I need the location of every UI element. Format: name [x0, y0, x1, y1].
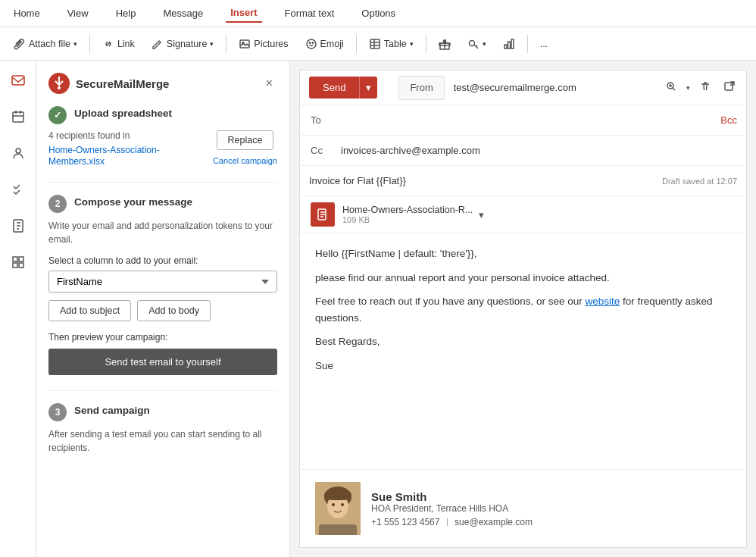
chart-button[interactable]: [497, 34, 521, 54]
body-greeting: Hello {{FirstName | default: 'there'}},: [315, 246, 731, 262]
toolbar: Attach file ▾ Link Signature ▾ Pictures …: [0, 27, 756, 61]
composer-inner: Send ▾ From test@securemailmerge.com ▾: [299, 70, 747, 548]
step-2-num: 2: [48, 195, 67, 213]
sidebar-people-icon[interactable]: [6, 141, 30, 165]
to-row: To Bcc: [300, 105, 746, 136]
from-email: test@securemailmerge.com: [454, 82, 662, 93]
more-button[interactable]: ...: [534, 35, 554, 53]
sidebar-files-icon[interactable]: [6, 214, 30, 238]
key-button[interactable]: ▾: [461, 34, 492, 54]
step-3-header: 3 Send campaign: [48, 403, 277, 421]
select-label: Select a column to add to your email:: [48, 255, 277, 266]
plugin-panel: SecureMailMerge × ✓ Upload spreadsheet 4…: [36, 61, 290, 557]
attachment-size: 109 KB: [342, 215, 473, 224]
svg-rect-5: [370, 39, 380, 49]
bcc-button[interactable]: Bcc: [711, 114, 746, 126]
step-1-left: 4 recipients found in Home-Owners-Associ…: [48, 130, 207, 167]
replace-button[interactable]: Replace: [217, 130, 274, 150]
svg-rect-19: [19, 257, 23, 261]
preview-label: Then preview your campaign:: [48, 332, 277, 343]
attachment-expand-button[interactable]: ▾: [479, 209, 484, 221]
to-label: To: [300, 114, 338, 126]
column-select[interactable]: FirstName LastName Email Flat: [48, 271, 277, 293]
signature-label: Signature: [167, 39, 208, 49]
toolbar-divider-5: [527, 35, 528, 53]
main-layout: SecureMailMerge × ✓ Upload spreadsheet 4…: [0, 61, 756, 557]
svg-point-3: [309, 42, 311, 43]
menu-message[interactable]: Message: [158, 5, 208, 22]
signature-contact: +1 555 123 4567 sue@example.com: [371, 517, 533, 527]
cc-value: invoices-archive@example.com: [338, 145, 746, 156]
attach-file-dropdown-icon: ▾: [73, 40, 77, 48]
pictures-button[interactable]: Pictures: [233, 34, 294, 54]
menu-home[interactable]: Home: [9, 5, 45, 22]
panel-header: SecureMailMerge ×: [48, 73, 277, 94]
emoji-button[interactable]: Emoji: [299, 34, 350, 54]
step-2-header: 2 Compose your message: [48, 195, 277, 213]
email-signature: Sue Smith HOA President, Terrace Hills H…: [300, 469, 746, 547]
menu-insert[interactable]: Insert: [226, 4, 261, 23]
body-line2: Feel free to reach out if you have any q…: [315, 293, 731, 326]
attachment-name: Home-Owners-Association-R...: [342, 205, 473, 215]
svg-rect-14: [12, 76, 24, 85]
delete-button[interactable]: [696, 77, 714, 98]
email-composer: Send ▾ From test@securemailmerge.com ▾: [290, 61, 756, 557]
cancel-campaign-link[interactable]: Cancel campaign: [213, 156, 277, 165]
signature-phone: +1 555 123 4567: [371, 517, 439, 527]
key-dropdown-icon: ▾: [483, 40, 486, 48]
svg-rect-20: [13, 263, 17, 268]
email-body: Hello {{FirstName | default: 'there'}}, …: [300, 233, 746, 469]
step-3-desc: After sending a test email you can start…: [48, 427, 277, 455]
table-dropdown-icon: ▾: [410, 40, 414, 48]
cc-label: Cc: [300, 145, 338, 156]
table-button[interactable]: Table ▾: [363, 34, 420, 54]
signature-button[interactable]: Signature ▾: [145, 34, 220, 54]
step-1-subtitle: 4 recipients found in: [48, 130, 207, 141]
sidebar-apps-icon[interactable]: [6, 250, 30, 274]
menu-options[interactable]: Options: [357, 5, 400, 22]
step-1-title: Upload spreadsheet: [74, 108, 172, 119]
attach-file-button[interactable]: Attach file ▾: [8, 34, 83, 54]
send-area: Send ▾: [300, 70, 386, 105]
popout-button[interactable]: [720, 77, 739, 98]
send-button[interactable]: Send: [309, 77, 359, 99]
signature-info: Sue Smith HOA President, Terrace Hills H…: [371, 490, 533, 527]
menu-view[interactable]: View: [63, 5, 93, 22]
sidebar-tasks-icon[interactable]: [6, 177, 30, 202]
body-name: Sue: [315, 358, 731, 374]
brand-name-label: SecureMailMerge: [76, 77, 169, 90]
step-2-title: Compose your message: [74, 196, 192, 208]
step-2: 2 Compose your message Write your email …: [48, 195, 277, 375]
send-test-button[interactable]: Send test email to yourself: [48, 349, 277, 375]
subject-row: Invoice for Flat {{Flat}} Draft saved at…: [300, 166, 746, 196]
sidebar-calendar-icon[interactable]: [6, 105, 30, 129]
svg-rect-12: [508, 42, 510, 49]
zoom-button[interactable]: [662, 77, 680, 98]
sidebar-mail-icon[interactable]: [6, 68, 30, 92]
cc-row: Cc invoices-archive@example.com: [300, 136, 746, 166]
gift-button[interactable]: [433, 34, 457, 54]
file-link[interactable]: Home-Owners-Association-Members.xlsx: [48, 145, 160, 167]
toolbar-divider-3: [356, 35, 357, 53]
send-dropdown-icon: ▾: [366, 82, 371, 93]
more-label: ...: [540, 39, 548, 49]
link-button[interactable]: Link: [96, 34, 141, 54]
svg-rect-13: [511, 39, 514, 49]
signature-name: Sue Smith: [371, 490, 533, 503]
svg-rect-33: [319, 524, 357, 535]
brand-icon: [48, 73, 70, 94]
attach-file-label: Attach file: [29, 39, 70, 49]
step-1-num: ✓: [48, 106, 67, 124]
step-1-actions: Replace Cancel campaign: [213, 130, 277, 165]
add-to-body-button[interactable]: Add to body: [137, 300, 211, 321]
svg-rect-11: [505, 45, 507, 49]
menu-format-text[interactable]: Format text: [280, 5, 339, 22]
website-link[interactable]: website: [585, 296, 620, 307]
menu-help[interactable]: Help: [111, 5, 141, 22]
close-panel-button[interactable]: ×: [261, 75, 277, 92]
add-to-subject-button[interactable]: Add to subject: [48, 300, 131, 321]
body-closing: Best Regards,: [315, 333, 731, 350]
attachment-icon: [311, 202, 335, 227]
send-dropdown-button[interactable]: ▾: [359, 77, 377, 99]
action-buttons: Add to subject Add to body: [48, 300, 277, 321]
